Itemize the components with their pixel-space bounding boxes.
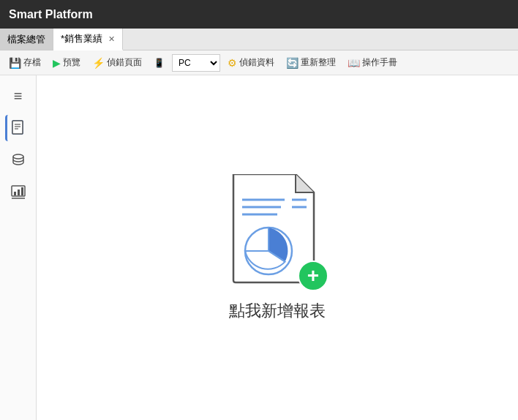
debug-data-label: 偵錯資料: [239, 56, 274, 69]
app-title: Smart Platform: [9, 8, 93, 21]
tab-sales-performance-label: *銷售業績: [61, 32, 102, 45]
sidebar-item-menu[interactable]: ≡: [5, 83, 31, 109]
preview-icon: ▶: [53, 57, 61, 69]
database-icon: [10, 152, 26, 168]
device-selector[interactable]: PC Mobile Tablet: [172, 54, 220, 72]
preview-button[interactable]: ▶ 預覽: [48, 54, 85, 71]
device-icon-container: 📱: [149, 56, 169, 70]
preview-label: 預覽: [63, 56, 80, 69]
debug-data-button[interactable]: ⚙ 偵錯資料: [223, 54, 279, 71]
save-icon: 💾: [9, 57, 21, 69]
debug-page-label: 偵錯頁面: [107, 56, 142, 69]
report-icon-container: +: [226, 174, 329, 291]
add-report-label: 點我新增報表: [229, 300, 326, 322]
device-icon: 📱: [154, 58, 165, 68]
add-badge: +: [298, 260, 329, 291]
tab-bar: 檔案總管 *銷售業績 ✕: [0, 29, 518, 50]
sidebar-item-report[interactable]: [5, 115, 31, 141]
sidebar-item-chart[interactable]: [5, 179, 31, 206]
refresh-button[interactable]: 🔄 重新整理: [282, 54, 340, 71]
manual-button[interactable]: 📖 操作手冊: [343, 54, 402, 71]
tab-close-icon[interactable]: ✕: [108, 34, 115, 44]
tab-file-manager[interactable]: 檔案總管: [0, 29, 53, 50]
report-icon: [11, 120, 27, 136]
title-bar: Smart Platform: [0, 0, 518, 29]
tab-sales-performance[interactable]: *銷售業績 ✕: [53, 29, 123, 50]
svg-rect-11: [21, 187, 23, 195]
toolbar: 💾 存檔 ▶ 預覽 ⚡ 偵錯頁面 📱 PC Mobile Tablet ⚙ 偵錯…: [0, 50, 518, 75]
refresh-label: 重新整理: [301, 56, 336, 69]
sidebar: ≡: [0, 75, 37, 420]
save-label: 存檔: [23, 56, 41, 69]
save-button[interactable]: 💾 存檔: [4, 54, 45, 71]
svg-rect-1: [12, 121, 23, 134]
debug-page-icon: ⚡: [92, 57, 105, 69]
svg-rect-9: [14, 192, 16, 195]
main-area: ≡: [0, 75, 518, 420]
manual-label: 操作手冊: [362, 56, 397, 69]
debug-data-icon: ⚙: [228, 57, 237, 69]
svg-rect-10: [18, 190, 20, 195]
svg-point-6: [13, 154, 23, 159]
debug-page-button[interactable]: ⚡ 偵錯頁面: [88, 54, 146, 71]
content-area: + 點我新增報表: [37, 75, 518, 420]
add-report-button[interactable]: + 點我新增報表: [226, 174, 329, 322]
refresh-icon: 🔄: [286, 57, 299, 69]
tab-file-manager-label: 檔案總管: [7, 33, 45, 46]
sidebar-item-database[interactable]: [5, 147, 31, 173]
menu-icon: ≡: [14, 88, 23, 105]
manual-icon: 📖: [348, 57, 360, 69]
chart-icon: [10, 184, 26, 200]
